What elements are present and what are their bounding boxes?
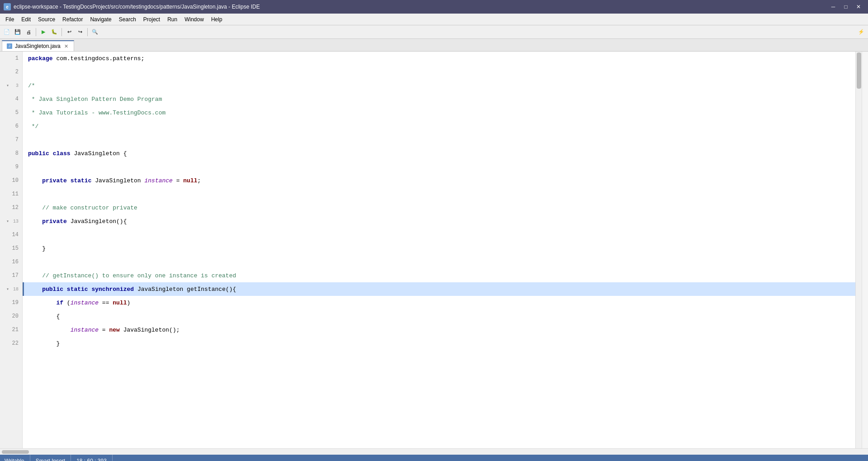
toolbar-sep-3 [87, 28, 88, 36]
field-instance-21: instance [71, 327, 99, 333]
keyword-public-8: public [28, 150, 49, 157]
scrollbar-thumb[interactable] [857, 52, 861, 89]
gutter-22: 22 [0, 337, 22, 350]
code-line-2[interactable] [23, 65, 855, 79]
code-line-16[interactable] [23, 255, 855, 269]
editor-container: 1 2 3▾ 4 5 6 7 8 9 10 11 12 13▾ 14 15 16… [0, 52, 868, 448]
keyword-null-10: null [183, 177, 197, 184]
debug-button[interactable]: 🐛 [49, 27, 59, 37]
menu-window[interactable]: Window [181, 15, 208, 24]
code-line-11[interactable] [23, 187, 855, 201]
code-line-10[interactable]: private static JavaSingleton instance = … [23, 174, 855, 187]
menu-navigate[interactable]: Navigate [86, 15, 115, 24]
gutter-5: 5 [0, 106, 22, 119]
gutter-17: 17 [0, 269, 22, 282]
code-area[interactable]: package com.testingdocs.patterns; /* * J… [23, 52, 855, 448]
keyword-static-18: static [67, 286, 88, 293]
code-line-13[interactable]: private JavaSingleton(){ [23, 214, 855, 228]
menu-run[interactable]: Run [164, 15, 181, 24]
code-line-19[interactable]: if ( instance == null ) [23, 296, 855, 309]
field-instance-10: instance [144, 177, 172, 184]
maximize-button[interactable]: □ [840, 2, 852, 11]
close-button[interactable]: ✕ [853, 2, 864, 11]
code-line-1[interactable]: package com.testingdocs.patterns; [23, 52, 855, 65]
comment-12: // make constructor private [28, 204, 137, 211]
save-button[interactable]: 💾 [13, 27, 23, 37]
quick-access[interactable]: ⚡ [856, 27, 866, 37]
code-line-7[interactable] [23, 133, 855, 147]
gutter-21: 21 [0, 323, 22, 337]
keyword-package: package [28, 55, 53, 62]
window-title: eclipse-workspace - TestingDocsProject/s… [14, 4, 827, 10]
vertical-scrollbar[interactable] [855, 52, 862, 448]
gutter-8: 8 [0, 147, 22, 160]
keyword-class: class [53, 150, 71, 157]
comment-5: * Java Tutorials - www.TestingDocs.com [28, 109, 165, 116]
horizontal-scrollbar[interactable] [0, 448, 868, 455]
code-line-14[interactable] [23, 228, 855, 242]
toolbar: 📄 💾 🖨 ▶ 🐛 ↩ ↪ 🔍 ⚡ [0, 25, 868, 39]
window-controls: ─ □ ✕ [827, 2, 864, 11]
tab-close-button[interactable]: ✕ [63, 43, 69, 49]
tab-bar: J JavaSingleton.java ✕ [0, 39, 868, 52]
code-line-20[interactable]: { [23, 309, 855, 323]
redo-button[interactable]: ↪ [75, 27, 85, 37]
gutter-4: 4 [0, 92, 22, 106]
menu-help[interactable]: Help [208, 15, 226, 24]
gutter-6: 6 [0, 119, 22, 133]
java-file-icon: J [7, 43, 12, 49]
status-position: 18 : 60 : 393 [71, 455, 113, 461]
menu-file[interactable]: File [2, 15, 18, 24]
title-bar: e eclipse-workspace - TestingDocsProject… [0, 0, 868, 14]
comment-4: * Java Singleton Pattern Demo Program [28, 96, 162, 103]
keyword-synchronized: synchronized [91, 286, 134, 293]
code-line-3[interactable]: /* [23, 79, 855, 92]
field-instance-19: instance [71, 299, 99, 306]
tab-label: JavaSingleton.java [15, 43, 61, 49]
gutter-3: 3▾ [0, 79, 22, 92]
search-button[interactable]: 🔍 [90, 27, 100, 37]
tab-javasingleton[interactable]: J JavaSingleton.java ✕ [2, 40, 74, 51]
gutter-18: 18▾ [0, 282, 22, 296]
menu-search[interactable]: Search [115, 15, 140, 24]
code-line-12[interactable]: // make constructor private [23, 201, 855, 214]
run-button[interactable]: ▶ [38, 27, 48, 37]
minimize-button[interactable]: ─ [827, 2, 839, 11]
code-line-4[interactable]: * Java Singleton Pattern Demo Program [23, 92, 855, 106]
keyword-null-19: null [113, 299, 127, 306]
code-line-17[interactable]: // getInstance() to ensure only one inst… [23, 269, 855, 282]
insert-mode-label: Smart Insert [36, 458, 65, 461]
code-line-5[interactable]: * Java Tutorials - www.TestingDocs.com [23, 106, 855, 119]
gutter-13: 13▾ [0, 214, 22, 228]
code-line-18[interactable]: public static synchronized JavaSingleton… [23, 282, 855, 296]
code-line-22[interactable]: } [23, 337, 855, 350]
gutter-19: 19 [0, 296, 22, 309]
comment-3: /* [28, 82, 35, 89]
writable-label: Writable [5, 458, 24, 461]
gutter-1: 1 [0, 52, 22, 65]
new-button[interactable]: 📄 [2, 27, 12, 37]
gutter-14: 14 [0, 228, 22, 242]
undo-button[interactable]: ↩ [64, 27, 74, 37]
code-line-8[interactable]: public class JavaSingleton { [23, 147, 855, 160]
minimap [862, 52, 868, 448]
keyword-new: new [109, 327, 119, 333]
menu-edit[interactable]: Edit [18, 15, 34, 24]
status-bar: Writable Smart Insert 18 : 60 : 393 [0, 455, 868, 461]
keyword-if: if [56, 299, 63, 306]
keyword-public-18: public [42, 286, 63, 293]
toolbar-sep-1 [36, 28, 36, 36]
gutter-10: 10 [0, 174, 22, 187]
code-line-21[interactable]: instance = new JavaSingleton(); [23, 323, 855, 337]
code-line-9[interactable] [23, 160, 855, 174]
menu-project[interactable]: Project [140, 15, 164, 24]
h-scrollbar-thumb[interactable] [2, 450, 29, 454]
code-line-15[interactable]: } [23, 242, 855, 255]
code-line-6[interactable]: */ [23, 119, 855, 133]
gutter-16: 16 [0, 255, 22, 269]
position-label: 18 : 60 : 393 [76, 458, 107, 461]
print-button[interactable]: 🖨 [24, 27, 33, 37]
menu-refactor[interactable]: Refactor [59, 15, 86, 24]
gutter-2: 2 [0, 65, 22, 79]
menu-source[interactable]: Source [34, 15, 59, 24]
